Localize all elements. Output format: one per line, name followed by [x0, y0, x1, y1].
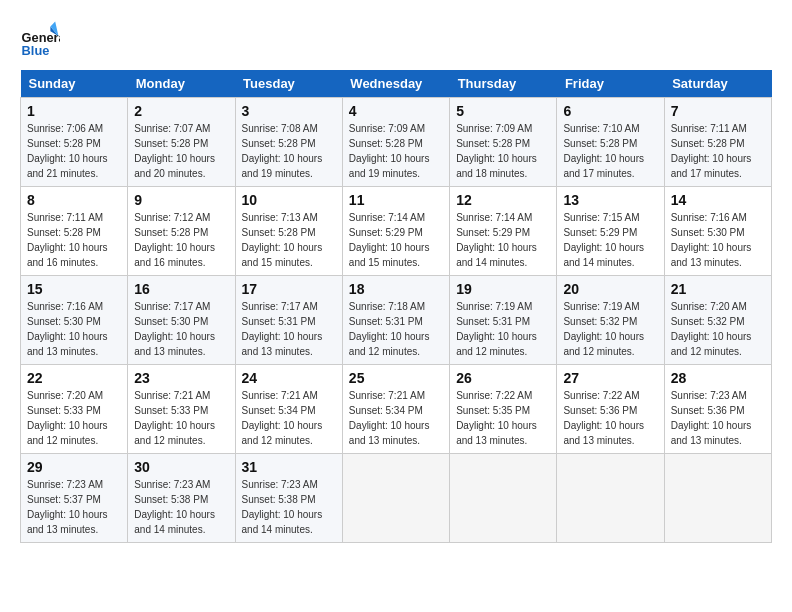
day-number: 4 — [349, 103, 443, 119]
day-info: Sunrise: 7:22 AMSunset: 5:35 PMDaylight:… — [456, 388, 550, 448]
day-number: 1 — [27, 103, 121, 119]
day-number: 28 — [671, 370, 765, 386]
calendar-cell: 19Sunrise: 7:19 AMSunset: 5:31 PMDayligh… — [450, 276, 557, 365]
day-info: Sunrise: 7:21 AMSunset: 5:34 PMDaylight:… — [242, 388, 336, 448]
day-number: 10 — [242, 192, 336, 208]
day-number: 6 — [563, 103, 657, 119]
day-number: 18 — [349, 281, 443, 297]
calendar-week-row: 15Sunrise: 7:16 AMSunset: 5:30 PMDayligh… — [21, 276, 772, 365]
calendar-cell: 30Sunrise: 7:23 AMSunset: 5:38 PMDayligh… — [128, 454, 235, 543]
day-info: Sunrise: 7:15 AMSunset: 5:29 PMDaylight:… — [563, 210, 657, 270]
calendar-cell: 20Sunrise: 7:19 AMSunset: 5:32 PMDayligh… — [557, 276, 664, 365]
calendar-cell: 14Sunrise: 7:16 AMSunset: 5:30 PMDayligh… — [664, 187, 771, 276]
day-info: Sunrise: 7:10 AMSunset: 5:28 PMDaylight:… — [563, 121, 657, 181]
calendar-cell: 4Sunrise: 7:09 AMSunset: 5:28 PMDaylight… — [342, 98, 449, 187]
calendar-cell: 15Sunrise: 7:16 AMSunset: 5:30 PMDayligh… — [21, 276, 128, 365]
day-info: Sunrise: 7:23 AMSunset: 5:38 PMDaylight:… — [134, 477, 228, 537]
calendar-cell: 22Sunrise: 7:20 AMSunset: 5:33 PMDayligh… — [21, 365, 128, 454]
calendar-cell — [664, 454, 771, 543]
day-info: Sunrise: 7:23 AMSunset: 5:38 PMDaylight:… — [242, 477, 336, 537]
day-info: Sunrise: 7:18 AMSunset: 5:31 PMDaylight:… — [349, 299, 443, 359]
day-number: 20 — [563, 281, 657, 297]
day-number: 21 — [671, 281, 765, 297]
calendar-cell — [450, 454, 557, 543]
calendar-week-row: 22Sunrise: 7:20 AMSunset: 5:33 PMDayligh… — [21, 365, 772, 454]
calendar-table: SundayMondayTuesdayWednesdayThursdayFrid… — [20, 70, 772, 543]
calendar-cell: 1Sunrise: 7:06 AMSunset: 5:28 PMDaylight… — [21, 98, 128, 187]
day-info: Sunrise: 7:13 AMSunset: 5:28 PMDaylight:… — [242, 210, 336, 270]
day-info: Sunrise: 7:11 AMSunset: 5:28 PMDaylight:… — [671, 121, 765, 181]
calendar-cell: 18Sunrise: 7:18 AMSunset: 5:31 PMDayligh… — [342, 276, 449, 365]
day-number: 5 — [456, 103, 550, 119]
day-info: Sunrise: 7:17 AMSunset: 5:30 PMDaylight:… — [134, 299, 228, 359]
day-info: Sunrise: 7:23 AMSunset: 5:36 PMDaylight:… — [671, 388, 765, 448]
day-info: Sunrise: 7:21 AMSunset: 5:33 PMDaylight:… — [134, 388, 228, 448]
day-number: 27 — [563, 370, 657, 386]
calendar-cell: 24Sunrise: 7:21 AMSunset: 5:34 PMDayligh… — [235, 365, 342, 454]
day-info: Sunrise: 7:16 AMSunset: 5:30 PMDaylight:… — [27, 299, 121, 359]
svg-text:Blue: Blue — [22, 43, 50, 58]
day-number: 11 — [349, 192, 443, 208]
calendar-cell: 25Sunrise: 7:21 AMSunset: 5:34 PMDayligh… — [342, 365, 449, 454]
calendar-week-row: 1Sunrise: 7:06 AMSunset: 5:28 PMDaylight… — [21, 98, 772, 187]
calendar-cell: 12Sunrise: 7:14 AMSunset: 5:29 PMDayligh… — [450, 187, 557, 276]
day-info: Sunrise: 7:21 AMSunset: 5:34 PMDaylight:… — [349, 388, 443, 448]
day-info: Sunrise: 7:07 AMSunset: 5:28 PMDaylight:… — [134, 121, 228, 181]
calendar-body: 1Sunrise: 7:06 AMSunset: 5:28 PMDaylight… — [21, 98, 772, 543]
day-number: 12 — [456, 192, 550, 208]
day-info: Sunrise: 7:19 AMSunset: 5:31 PMDaylight:… — [456, 299, 550, 359]
header-cell-saturday: Saturday — [664, 70, 771, 98]
calendar-cell: 27Sunrise: 7:22 AMSunset: 5:36 PMDayligh… — [557, 365, 664, 454]
header-cell-friday: Friday — [557, 70, 664, 98]
day-info: Sunrise: 7:19 AMSunset: 5:32 PMDaylight:… — [563, 299, 657, 359]
calendar-cell: 10Sunrise: 7:13 AMSunset: 5:28 PMDayligh… — [235, 187, 342, 276]
day-number: 23 — [134, 370, 228, 386]
calendar-cell: 26Sunrise: 7:22 AMSunset: 5:35 PMDayligh… — [450, 365, 557, 454]
header-cell-monday: Monday — [128, 70, 235, 98]
day-number: 30 — [134, 459, 228, 475]
calendar-cell: 31Sunrise: 7:23 AMSunset: 5:38 PMDayligh… — [235, 454, 342, 543]
calendar-cell: 11Sunrise: 7:14 AMSunset: 5:29 PMDayligh… — [342, 187, 449, 276]
day-info: Sunrise: 7:06 AMSunset: 5:28 PMDaylight:… — [27, 121, 121, 181]
calendar-cell: 7Sunrise: 7:11 AMSunset: 5:28 PMDaylight… — [664, 98, 771, 187]
day-number: 8 — [27, 192, 121, 208]
day-info: Sunrise: 7:16 AMSunset: 5:30 PMDaylight:… — [671, 210, 765, 270]
day-number: 29 — [27, 459, 121, 475]
calendar-cell: 8Sunrise: 7:11 AMSunset: 5:28 PMDaylight… — [21, 187, 128, 276]
calendar-cell: 17Sunrise: 7:17 AMSunset: 5:31 PMDayligh… — [235, 276, 342, 365]
header-cell-sunday: Sunday — [21, 70, 128, 98]
calendar-cell: 29Sunrise: 7:23 AMSunset: 5:37 PMDayligh… — [21, 454, 128, 543]
day-info: Sunrise: 7:12 AMSunset: 5:28 PMDaylight:… — [134, 210, 228, 270]
calendar-cell: 3Sunrise: 7:08 AMSunset: 5:28 PMDaylight… — [235, 98, 342, 187]
logo: General Blue — [20, 20, 64, 60]
day-number: 15 — [27, 281, 121, 297]
calendar-cell: 16Sunrise: 7:17 AMSunset: 5:30 PMDayligh… — [128, 276, 235, 365]
day-number: 24 — [242, 370, 336, 386]
calendar-cell: 23Sunrise: 7:21 AMSunset: 5:33 PMDayligh… — [128, 365, 235, 454]
day-number: 22 — [27, 370, 121, 386]
day-number: 3 — [242, 103, 336, 119]
header-cell-tuesday: Tuesday — [235, 70, 342, 98]
day-info: Sunrise: 7:09 AMSunset: 5:28 PMDaylight:… — [456, 121, 550, 181]
day-info: Sunrise: 7:08 AMSunset: 5:28 PMDaylight:… — [242, 121, 336, 181]
day-number: 25 — [349, 370, 443, 386]
day-number: 16 — [134, 281, 228, 297]
calendar-cell: 9Sunrise: 7:12 AMSunset: 5:28 PMDaylight… — [128, 187, 235, 276]
day-number: 13 — [563, 192, 657, 208]
calendar-week-row: 29Sunrise: 7:23 AMSunset: 5:37 PMDayligh… — [21, 454, 772, 543]
calendar-cell — [342, 454, 449, 543]
day-info: Sunrise: 7:20 AMSunset: 5:33 PMDaylight:… — [27, 388, 121, 448]
day-info: Sunrise: 7:20 AMSunset: 5:32 PMDaylight:… — [671, 299, 765, 359]
day-number: 14 — [671, 192, 765, 208]
day-number: 2 — [134, 103, 228, 119]
calendar-cell: 28Sunrise: 7:23 AMSunset: 5:36 PMDayligh… — [664, 365, 771, 454]
calendar-cell: 5Sunrise: 7:09 AMSunset: 5:28 PMDaylight… — [450, 98, 557, 187]
day-info: Sunrise: 7:23 AMSunset: 5:37 PMDaylight:… — [27, 477, 121, 537]
day-info: Sunrise: 7:17 AMSunset: 5:31 PMDaylight:… — [242, 299, 336, 359]
logo-icon: General Blue — [20, 20, 60, 60]
calendar-cell: 13Sunrise: 7:15 AMSunset: 5:29 PMDayligh… — [557, 187, 664, 276]
header-cell-wednesday: Wednesday — [342, 70, 449, 98]
day-info: Sunrise: 7:22 AMSunset: 5:36 PMDaylight:… — [563, 388, 657, 448]
day-info: Sunrise: 7:09 AMSunset: 5:28 PMDaylight:… — [349, 121, 443, 181]
day-number: 17 — [242, 281, 336, 297]
